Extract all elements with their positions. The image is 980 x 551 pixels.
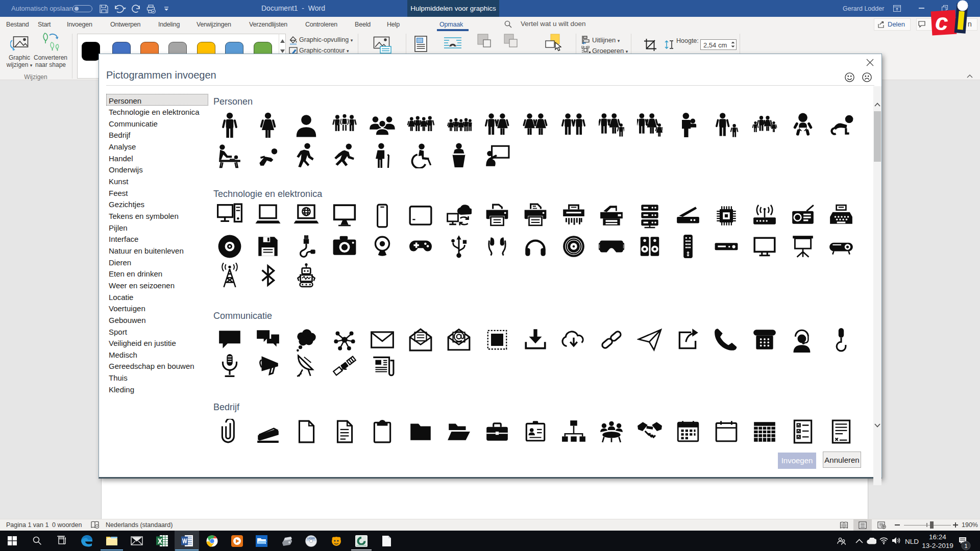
svg-text:1: 1 <box>964 543 967 549</box>
svg-text:LASER: LASER <box>307 537 315 540</box>
svg-text:c: c <box>935 9 948 35</box>
